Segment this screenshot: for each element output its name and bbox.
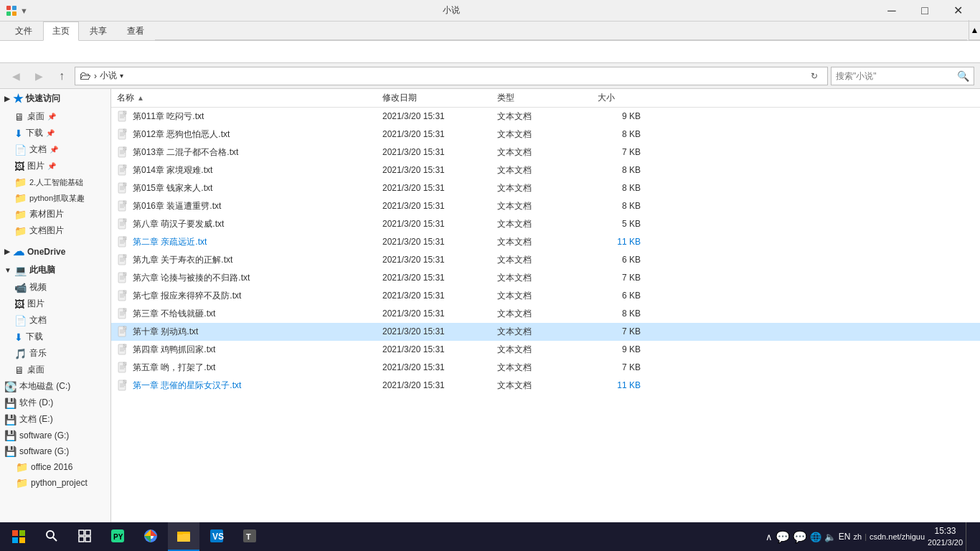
ribbon-collapse-btn[interactable]: ▲ bbox=[969, 20, 980, 40]
col-name-header[interactable]: 名称 ▲ bbox=[117, 92, 382, 104]
tray-icons[interactable]: ∧ bbox=[765, 532, 773, 542]
refresh-button[interactable]: ↻ bbox=[806, 67, 823, 85]
sidebar-item-python-project[interactable]: 📁 python_project bbox=[0, 475, 110, 491]
close-button[interactable]: ✕ bbox=[941, 0, 974, 22]
ribbon-content bbox=[0, 40, 980, 62]
table-row[interactable]: 第五章 哟，打架了.txt 2021/3/20 15:31 文本文档 7 KB bbox=[111, 359, 980, 377]
show-desktop-btn[interactable] bbox=[966, 522, 971, 551]
sidebar-item-pc-pictures[interactable]: 🖼 图片 bbox=[0, 296, 110, 312]
tab-file[interactable]: 文件 bbox=[6, 22, 42, 40]
sidebar-item-python[interactable]: 📁 python抓取某趣 bbox=[0, 190, 110, 206]
table-row[interactable]: 第二章 亲疏远近.txt 2021/3/20 15:31 文本文档 11 KB bbox=[111, 233, 980, 251]
tray-lang[interactable]: EN bbox=[839, 532, 851, 542]
search-taskbar-btn[interactable] bbox=[36, 522, 67, 551]
typora-taskbar-btn[interactable]: T bbox=[234, 522, 265, 551]
path-dropdown[interactable]: ▾ bbox=[120, 72, 123, 80]
file-date: 2021/3/20 15:31 bbox=[382, 255, 497, 265]
drive-c-icon: 💽 bbox=[4, 381, 17, 392]
col-size-header[interactable]: 大小 bbox=[598, 92, 655, 104]
sidebar-item-drive-g1[interactable]: 💾 software (G:) bbox=[0, 428, 110, 443]
sidebar-item-pc-documents[interactable]: 📄 文档 bbox=[0, 312, 110, 329]
sort-arrow: ▲ bbox=[137, 94, 144, 102]
table-row[interactable]: 第011章 吃闷亏.txt 2021/3/20 15:31 文本文档 9 KB bbox=[111, 108, 980, 126]
sidebar-item-desktop[interactable]: 🖥 桌面 📌 bbox=[0, 108, 110, 125]
file-type: 文本文档 bbox=[497, 326, 598, 338]
vscode-taskbar-btn[interactable]: VS bbox=[201, 522, 232, 551]
nav-bar: ◀ ▶ ↑ 🗁 › 小说 ▾ ↻ 🔍 bbox=[0, 63, 980, 89]
table-row[interactable]: 第015章 钱家来人.txt 2021/3/20 15:31 文本文档 8 KB bbox=[111, 179, 980, 197]
address-bar[interactable]: 🗁 › 小说 ▾ ↻ bbox=[75, 67, 828, 85]
svg-rect-3 bbox=[12, 11, 17, 16]
quick-access-btn[interactable]: ▼ bbox=[20, 6, 28, 15]
folder-icon: 📁 bbox=[14, 209, 27, 220]
pin-icon: 📌 bbox=[47, 113, 56, 121]
file-icon bbox=[117, 217, 130, 230]
this-pc-header[interactable]: ▼ 💻 此电脑 bbox=[0, 261, 110, 279]
pictures-icon2: 🖼 bbox=[14, 298, 24, 310]
task-view-btn[interactable] bbox=[69, 522, 100, 551]
sidebar-item-ai[interactable]: 📁 2.人工智能基础 bbox=[0, 174, 110, 190]
file-date: 2021/3/20 15:31 bbox=[382, 309, 497, 319]
tab-share[interactable]: 共享 bbox=[80, 22, 116, 40]
sidebar-item-pc-desktop[interactable]: 🖥 桌面 bbox=[0, 362, 110, 378]
maximize-button[interactable]: □ bbox=[908, 0, 941, 22]
table-row[interactable]: 第014章 家境艰难.txt 2021/3/20 15:31 文本文档 8 KB bbox=[111, 161, 980, 179]
sidebar-item-pictures[interactable]: 🖼 图片 📌 bbox=[0, 158, 110, 174]
pin-icon: 📌 bbox=[50, 146, 58, 154]
file-name: 第二章 亲疏远近.txt bbox=[133, 236, 382, 248]
sidebar-item-pc-downloads[interactable]: ⬇ 下载 bbox=[0, 329, 110, 345]
table-row[interactable]: 第六章 论揍与被揍的不归路.txt 2021/3/20 15:31 文本文档 7… bbox=[111, 269, 980, 287]
tray-sound[interactable]: 🔈 bbox=[824, 532, 836, 542]
breadcrumb-item[interactable]: 小说 bbox=[100, 70, 117, 82]
col-date-header[interactable]: 修改日期 bbox=[382, 92, 497, 104]
chrome-taskbar-btn[interactable] bbox=[135, 522, 166, 551]
table-row[interactable]: 第九章 关于寿衣的正解.txt 2021/3/20 15:31 文本文档 6 K… bbox=[111, 251, 980, 269]
sidebar-item-office2016[interactable]: 📁 office 2016 bbox=[0, 459, 110, 475]
quick-access-header[interactable]: ▶ ★ 快速访问 bbox=[0, 89, 110, 108]
tray-wechat[interactable]: 💬 bbox=[776, 530, 790, 544]
ribbon: 文件 主页 共享 查看 ▲ bbox=[0, 22, 980, 63]
file-size: 7 KB bbox=[598, 362, 655, 372]
forward-button[interactable]: ▶ bbox=[29, 66, 49, 86]
file-name: 第十章 别动鸡.txt bbox=[133, 326, 382, 338]
sidebar-item-drive-c[interactable]: 💽 本地磁盘 (C:) bbox=[0, 378, 110, 395]
search-input[interactable] bbox=[836, 71, 954, 81]
tray-wechat2[interactable]: 💬 bbox=[793, 530, 807, 544]
table-row[interactable]: 第七章 报应来得猝不及防.txt 2021/3/20 15:31 文本文档 6 … bbox=[111, 287, 980, 305]
sidebar-item-material[interactable]: 📁 素材图片 bbox=[0, 206, 110, 222]
sidebar-item-videos[interactable]: 📹 视频 bbox=[0, 279, 110, 296]
sidebar-item-music[interactable]: 🎵 音乐 bbox=[0, 345, 110, 362]
tab-home[interactable]: 主页 bbox=[43, 22, 79, 41]
tray-sep: | bbox=[864, 532, 867, 541]
sidebar-item-drive-g2[interactable]: 💾 software (G:) bbox=[0, 443, 110, 459]
up-button[interactable]: ↑ bbox=[52, 66, 72, 86]
table-row[interactable]: 第一章 悲催的星际女汉子.txt 2021/3/20 15:31 文本文档 11… bbox=[111, 377, 980, 395]
back-button[interactable]: ◀ bbox=[6, 66, 26, 86]
table-row[interactable]: 第013章 二混子都不合格.txt 2021/3/20 15:31 文本文档 7… bbox=[111, 143, 980, 161]
file-name: 第四章 鸡鸭抓回家.txt bbox=[133, 344, 382, 356]
taskbar-time[interactable]: 15:33 2021/3/20 bbox=[928, 525, 963, 548]
explorer-taskbar-btn[interactable] bbox=[168, 522, 199, 551]
pycharm-taskbar-btn[interactable]: PY bbox=[102, 522, 133, 551]
table-row[interactable]: 第012章 恶狗也怕恶人.txt 2021/3/20 15:31 文本文档 8 … bbox=[111, 126, 980, 143]
minimize-button[interactable]: ─ bbox=[875, 0, 908, 22]
search-bar[interactable]: 🔍 bbox=[831, 67, 974, 85]
sidebar-item-documents[interactable]: 📄 文档 📌 bbox=[0, 141, 110, 158]
sidebar-item-doc-pics[interactable]: 📁 文档图片 bbox=[0, 222, 110, 239]
table-row[interactable]: 第三章 不给钱就砸.txt 2021/3/20 15:31 文本文档 8 KB bbox=[111, 305, 980, 323]
table-row[interactable]: 第十章 别动鸡.txt 2021/3/20 15:31 文本文档 7 KB bbox=[111, 323, 980, 341]
sidebar-item-downloads[interactable]: ⬇ 下载 📌 bbox=[0, 125, 110, 141]
start-button[interactable] bbox=[3, 522, 34, 551]
tab-view[interactable]: 查看 bbox=[118, 22, 154, 40]
onedrive-header[interactable]: ▶ ☁ OneDrive bbox=[0, 242, 110, 261]
table-row[interactable]: 第四章 鸡鸭抓回家.txt 2021/3/20 15:31 文本文档 9 KB bbox=[111, 341, 980, 359]
table-row[interactable]: 第八章 萌汉子要发威.txt 2021/3/20 15:31 文本文档 5 KB bbox=[111, 215, 980, 233]
folder-office-icon: 📁 bbox=[16, 461, 28, 473]
file-name: 第三章 不给钱就砸.txt bbox=[133, 308, 382, 320]
tray-network[interactable]: 🌐 bbox=[810, 532, 821, 542]
table-row[interactable]: 第016章 装逼遭重劈.txt 2021/3/20 15:31 文本文档 8 K… bbox=[111, 197, 980, 215]
col-type-header[interactable]: 类型 bbox=[497, 92, 598, 104]
sidebar-item-drive-d[interactable]: 💾 软件 (D:) bbox=[0, 395, 110, 411]
file-name: 第011章 吃闷亏.txt bbox=[133, 110, 382, 123]
sidebar-item-drive-e[interactable]: 💾 文档 (E:) bbox=[0, 411, 110, 428]
